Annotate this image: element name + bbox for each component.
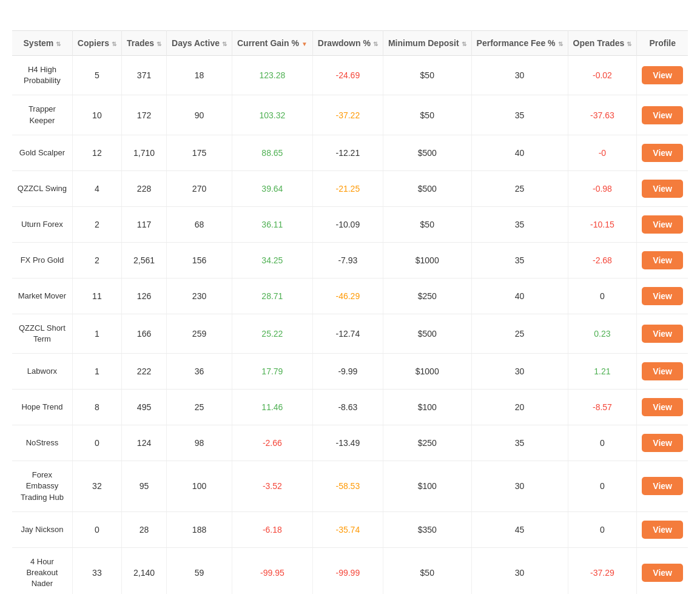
view-button-13[interactable]: View	[642, 564, 683, 582]
cell-system-1: Trapper Keeper	[12, 95, 72, 135]
cell-days-active-5: 156	[167, 242, 232, 278]
view-button-0[interactable]: View	[642, 66, 683, 84]
system-name-4: Uturn Forex	[21, 220, 63, 229]
cell-system-8: Labworx	[12, 354, 72, 390]
cell-current-gain-2: 88.65	[232, 135, 312, 170]
col-header-profile: Profile	[637, 31, 688, 56]
system-name-7: QZZCL Short Term	[19, 323, 66, 343]
sort-icon-trades: ⇅	[156, 41, 161, 47]
cell-drawdown-4: -10.09	[312, 206, 383, 242]
view-button-4[interactable]: View	[642, 215, 683, 234]
cell-min-deposit-10: $250	[383, 425, 471, 461]
cell-perf-fee-3: 25	[471, 170, 568, 206]
cell-profile-13: View	[637, 547, 688, 594]
view-button-1[interactable]: View	[642, 106, 683, 124]
system-name-11: Forex Embassy Trading Hub	[21, 470, 64, 501]
sort-icon-current_gain: ▼	[301, 41, 308, 47]
table-row: QZZCL Swing422827039.64-21.25$50025-0.98…	[12, 170, 688, 206]
col-header-current_gain[interactable]: Current Gain %▼	[232, 31, 312, 56]
cell-profile-4: View	[637, 206, 688, 242]
view-button-2[interactable]: View	[642, 144, 683, 162]
cell-copiers-10: 0	[72, 425, 121, 461]
cell-trades-11: 95	[121, 461, 166, 512]
cell-copiers-0: 5	[72, 56, 121, 95]
cell-open-trades-2: -0	[568, 135, 637, 170]
cell-current-gain-11: -3.52	[232, 461, 312, 512]
cell-open-trades-11: 0	[568, 461, 637, 512]
cell-days-active-9: 25	[167, 390, 232, 425]
cell-drawdown-3: -21.25	[312, 170, 383, 206]
cell-copiers-1: 10	[72, 95, 121, 135]
view-button-8[interactable]: View	[642, 362, 683, 380]
col-header-label-copiers: Copiers	[78, 38, 109, 48]
cell-profile-7: View	[637, 314, 688, 353]
cell-system-9: Hope Trend	[12, 390, 72, 425]
system-name-3: QZZCL Swing	[18, 184, 67, 193]
col-header-days_active[interactable]: Days Active⇅	[167, 31, 232, 56]
cell-trades-4: 117	[121, 206, 166, 242]
cell-current-gain-12: -6.18	[232, 511, 312, 547]
col-header-trades[interactable]: Trades⇅	[121, 31, 166, 56]
col-header-drawdown[interactable]: Drawdown %⇅	[312, 31, 383, 56]
sort-icon-drawdown: ⇅	[373, 41, 378, 47]
cell-copiers-5: 2	[72, 242, 121, 278]
view-button-3[interactable]: View	[642, 180, 683, 198]
cell-perf-fee-6: 40	[471, 278, 568, 314]
cell-current-gain-5: 34.25	[232, 242, 312, 278]
cell-copiers-2: 12	[72, 135, 121, 170]
view-button-11[interactable]: View	[642, 477, 683, 495]
system-name-6: Market Mover	[18, 291, 66, 300]
table-row: Hope Trend84952511.46-8.63$10020-8.57Vie…	[12, 390, 688, 425]
cell-copiers-4: 2	[72, 206, 121, 242]
system-name-10: NoStress	[26, 438, 58, 447]
cell-perf-fee-13: 30	[471, 547, 568, 594]
view-button-5[interactable]: View	[642, 251, 683, 269]
cell-drawdown-6: -46.29	[312, 278, 383, 314]
cell-profile-12: View	[637, 511, 688, 547]
cell-drawdown-10: -13.49	[312, 425, 383, 461]
cell-trades-9: 495	[121, 390, 166, 425]
cell-min-deposit-11: $100	[383, 461, 471, 512]
cell-drawdown-13: -99.99	[312, 547, 383, 594]
col-header-copiers[interactable]: Copiers⇅	[72, 31, 121, 56]
cell-open-trades-9: -8.57	[568, 390, 637, 425]
cell-system-6: Market Mover	[12, 278, 72, 314]
col-header-label-current_gain: Current Gain %	[237, 38, 299, 48]
cell-system-10: NoStress	[12, 425, 72, 461]
cell-days-active-8: 36	[167, 354, 232, 390]
view-button-7[interactable]: View	[642, 325, 683, 343]
cell-trades-0: 371	[121, 56, 166, 95]
view-button-6[interactable]: View	[642, 287, 683, 305]
cell-min-deposit-9: $100	[383, 390, 471, 425]
cell-copiers-9: 8	[72, 390, 121, 425]
view-button-9[interactable]: View	[642, 398, 683, 416]
table-row: FX Pro Gold22,56115634.25-7.93$100035-2.…	[12, 242, 688, 278]
sort-icon-open_trades: ⇅	[627, 41, 631, 47]
cell-min-deposit-1: $50	[383, 95, 471, 135]
cell-perf-fee-9: 20	[471, 390, 568, 425]
cell-current-gain-4: 36.11	[232, 206, 312, 242]
cell-open-trades-3: -0.98	[568, 170, 637, 206]
col-header-system[interactable]: System⇅	[12, 31, 72, 56]
cell-current-gain-0: 123.28	[232, 56, 312, 95]
cell-min-deposit-13: $50	[383, 547, 471, 594]
cell-profile-10: View	[637, 425, 688, 461]
cell-open-trades-5: -2.68	[568, 242, 637, 278]
cell-min-deposit-7: $500	[383, 314, 471, 353]
col-header-open_trades[interactable]: Open Trades⇅	[568, 31, 637, 56]
cell-copiers-7: 1	[72, 314, 121, 353]
cell-system-7: QZZCL Short Term	[12, 314, 72, 353]
main-table-wrapper: System⇅Copiers⇅Trades⇅Days Active⇅Curren…	[12, 30, 688, 594]
view-button-10[interactable]: View	[642, 434, 683, 452]
table-row: NoStress012498-2.66-13.49$250350View	[12, 425, 688, 461]
cell-open-trades-7: 0.23	[568, 314, 637, 353]
col-header-perf_fee[interactable]: Performance Fee %⇅	[471, 31, 568, 56]
cell-drawdown-0: -24.69	[312, 56, 383, 95]
cell-days-active-6: 230	[167, 278, 232, 314]
col-header-min_deposit[interactable]: Minimum Deposit⇅	[383, 31, 471, 56]
cell-days-active-12: 188	[167, 511, 232, 547]
view-button-12[interactable]: View	[642, 521, 683, 539]
cell-days-active-0: 18	[167, 56, 232, 95]
cell-trades-8: 222	[121, 354, 166, 390]
table-header-row: System⇅Copiers⇅Trades⇅Days Active⇅Curren…	[12, 31, 688, 56]
